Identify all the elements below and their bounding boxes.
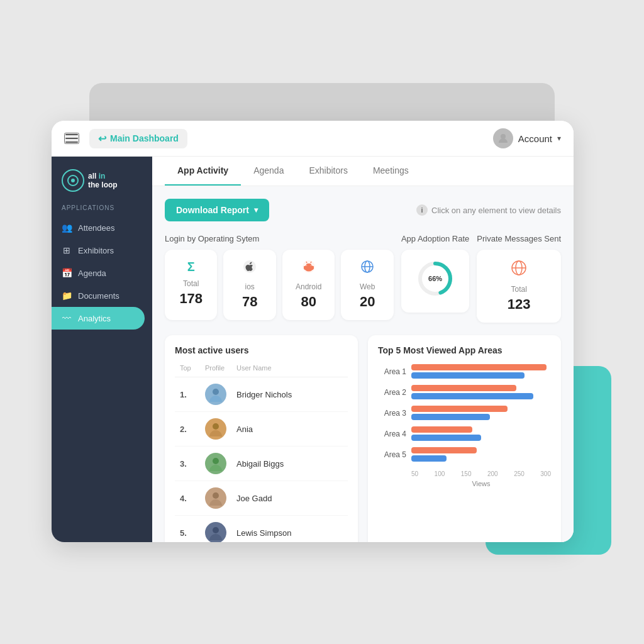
sidebar-item-analytics[interactable]: 〰 Analytics — [52, 307, 145, 330]
stats-row: Login by Operating Sytem Σ Total 178 — [165, 234, 561, 323]
stat-total[interactable]: Σ Total 178 — [165, 250, 217, 320]
login-section: Login by Operating Sytem Σ Total 178 — [165, 234, 394, 323]
bars-5 — [411, 447, 551, 462]
x-tick-100: 100 — [435, 470, 445, 477]
top-areas-panel: Top 5 Most Viewed App Areas Area 1Area 2… — [368, 335, 561, 542]
messages-card[interactable]: Total 123 — [477, 250, 561, 323]
bar-row-4: Area 4 — [378, 426, 551, 441]
hamburger-button[interactable] — [64, 133, 79, 144]
donut-chart: 66% — [416, 260, 454, 297]
adoption-percent: 66% — [428, 275, 442, 282]
hamburger-line-3 — [65, 142, 78, 143]
tab-meetings[interactable]: Meetings — [360, 157, 421, 186]
svg-rect-13 — [313, 266, 314, 269]
rank-4: 4. — [180, 494, 205, 503]
info-icon: i — [416, 204, 428, 216]
sidebar-item-label-agenda: Agenda — [78, 269, 106, 278]
x-tick-200: 200 — [487, 470, 498, 477]
tab-agenda[interactable]: Agenda — [241, 157, 296, 186]
sidebar-item-attendees[interactable]: 👥 Attendees — [52, 216, 152, 239]
area-label-3: Area 3 — [378, 409, 406, 418]
x-tick-300: 300 — [540, 470, 551, 477]
svg-rect-14 — [307, 269, 308, 271]
orange-bar-5 — [411, 447, 477, 453]
messages-title: Private Messages Sent — [477, 234, 561, 243]
account-menu[interactable]: Account ▾ — [493, 128, 561, 148]
svg-point-26 — [213, 458, 219, 464]
agenda-icon: 📅 — [62, 268, 72, 278]
messages-icon — [487, 260, 551, 280]
avatar-1 — [205, 384, 226, 405]
rank-2: 2. — [180, 425, 205, 434]
svg-rect-6 — [304, 266, 313, 270]
android-value: 80 — [292, 294, 325, 310]
avatar-3 — [205, 453, 226, 474]
table-row: 5. Lewis Simpson — [175, 516, 348, 542]
attendees-icon: 👥 — [62, 223, 72, 233]
sidebar: all in the loop APPLICATIONS 👥 Attendees… — [52, 157, 152, 542]
login-section-title: Login by Operating Sytem — [165, 234, 394, 243]
hint-label: Click on any element to view details — [431, 206, 561, 215]
web-label: Web — [351, 282, 383, 291]
sidebar-item-label-analytics: Analytics — [78, 314, 111, 323]
exhibitors-icon: ⊞ — [62, 245, 72, 255]
x-tick-150: 150 — [461, 470, 472, 477]
bar-row-5: Area 5 — [378, 447, 551, 462]
x-tick-250: 250 — [514, 470, 525, 477]
blue-bar-1 — [411, 372, 525, 379]
area-label-2: Area 2 — [378, 388, 406, 397]
users-table: Top Profile User Name 1. Bridger N — [175, 364, 348, 542]
rank-3: 3. — [180, 459, 205, 469]
adoption-card[interactable]: 66% — [401, 250, 469, 313]
top-areas-title: Top 5 Most Viewed App Areas — [378, 345, 551, 355]
active-users-title: Most active users — [175, 345, 348, 355]
active-users-panel: Most active users Top Profile User Name … — [165, 335, 358, 542]
table-row: 1. Bridger Nichols — [175, 377, 348, 412]
adoption-title: App Adoption Rate — [401, 234, 469, 243]
svg-point-28 — [213, 527, 219, 533]
tab-exhibitors[interactable]: Exhibitors — [296, 157, 360, 186]
toolbar-row: Download Report ▾ i Click on any element… — [165, 199, 561, 221]
ios-icon — [233, 260, 265, 277]
blue-bar-4 — [411, 435, 481, 441]
username-2: Ania — [236, 425, 343, 434]
logo-area: all in the loop — [52, 169, 152, 204]
sidebar-item-exhibitors[interactable]: ⊞ Exhibitors — [52, 239, 152, 262]
avatar-2 — [205, 418, 226, 440]
total-icon: Σ — [175, 260, 207, 274]
web-value: 20 — [351, 294, 383, 310]
stat-ios[interactable]: ios 78 — [223, 250, 275, 320]
svg-point-2 — [71, 179, 75, 182]
sidebar-item-agenda[interactable]: 📅 Agenda — [52, 262, 152, 284]
messages-section: Private Messages Sent Total — [477, 234, 561, 323]
sidebar-item-label-attendees: Attendees — [78, 223, 115, 233]
web-icon — [351, 260, 383, 277]
hamburger-line-1 — [65, 134, 78, 135]
breadcrumb-button[interactable]: ↩ Main Dashboard — [89, 129, 187, 148]
svg-point-24 — [213, 389, 219, 395]
bars-1 — [411, 364, 551, 379]
tab-app-activity[interactable]: App Activity — [165, 157, 241, 186]
adoption-section: App Adoption Rate 66% — [401, 234, 469, 323]
orange-bar-4 — [411, 426, 472, 433]
col-username: User Name — [236, 364, 343, 372]
sidebar-item-label-exhibitors: Exhibitors — [78, 246, 114, 255]
download-report-button[interactable]: Download Report ▾ — [165, 199, 269, 221]
sidebar-item-label-documents: Documents — [78, 291, 119, 301]
area-label-4: Area 4 — [378, 430, 406, 438]
stat-android[interactable]: Android 80 — [282, 250, 335, 320]
table-row: 4. Joe Gadd — [175, 481, 348, 516]
messages-label: Total — [487, 285, 551, 294]
blue-bar-5 — [411, 455, 447, 462]
stat-web[interactable]: Web 20 — [341, 250, 393, 320]
avatar-4 — [205, 487, 226, 509]
col-top: Top — [180, 364, 205, 372]
sidebar-item-documents[interactable]: 📁 Documents — [52, 284, 152, 307]
svg-point-27 — [213, 492, 219, 499]
username-5: Lewis Simpson — [236, 528, 343, 538]
blue-bar-2 — [411, 393, 533, 399]
svg-rect-12 — [304, 266, 305, 269]
bars-4 — [411, 426, 551, 441]
app-window: ↩ Main Dashboard Account ▾ — [52, 121, 574, 542]
username-4: Joe Gadd — [236, 494, 343, 503]
